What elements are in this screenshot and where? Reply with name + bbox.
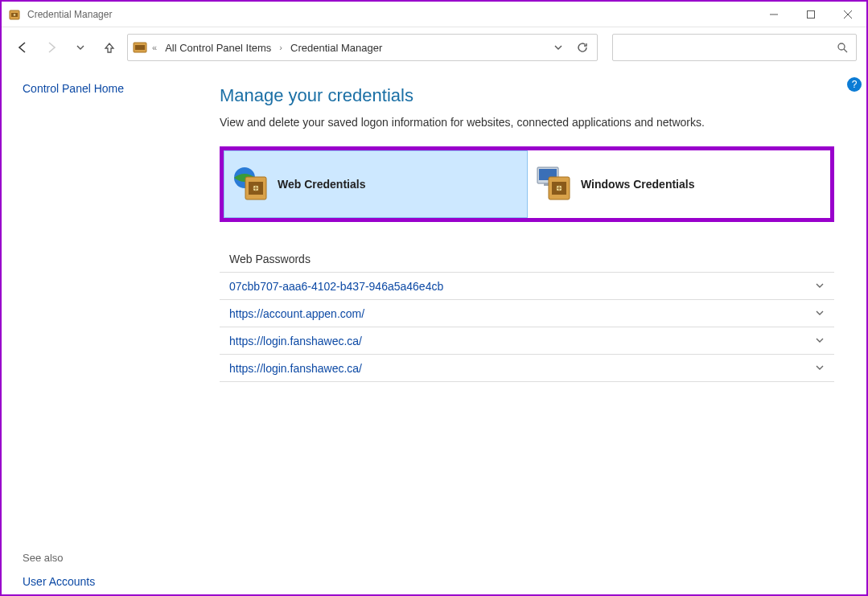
up-button[interactable] — [98, 36, 121, 59]
search-input[interactable] — [619, 42, 835, 54]
refresh-button[interactable] — [573, 38, 592, 57]
address-dropdown[interactable] — [549, 38, 568, 57]
breadcrumb-all-items[interactable]: All Control Panel Items — [162, 40, 274, 55]
password-entry-link[interactable]: 07cbb707-aaa6-4102-b437-946a5a46e4cb — [229, 280, 443, 293]
control-panel-home-link[interactable]: Control Panel Home — [23, 82, 207, 95]
windows-credentials-label: Windows Credentials — [581, 178, 694, 191]
search-box[interactable] — [612, 34, 857, 61]
maximize-button[interactable] — [792, 2, 829, 27]
minimize-button[interactable] — [755, 2, 792, 27]
web-credentials-category[interactable]: Web Credentials — [224, 150, 528, 218]
chevron-down-icon[interactable] — [815, 361, 825, 376]
chevron-down-icon[interactable] — [815, 306, 825, 321]
password-entry-link[interactable]: https://login.fanshawec.ca/ — [229, 362, 362, 375]
web-safe-icon — [232, 166, 269, 203]
svg-line-5 — [844, 10, 852, 18]
svg-line-6 — [844, 10, 852, 18]
page-title: Manage your credentials — [220, 85, 834, 106]
password-entry-link[interactable]: https://account.appen.com/ — [229, 307, 364, 320]
chevron-down-icon[interactable] — [815, 334, 825, 348]
password-entry-link[interactable]: https://login.fanshawec.ca/ — [229, 335, 362, 347]
app-icon — [8, 8, 21, 21]
password-row[interactable]: https://login.fanshawec.ca/ — [220, 327, 834, 355]
control-panel-icon — [133, 40, 147, 55]
password-row[interactable]: 07cbb707-aaa6-4102-b437-946a5a46e4cb — [220, 273, 834, 300]
window-title: Credential Manager — [27, 9, 755, 20]
password-row[interactable]: https://login.fanshawec.ca/ — [220, 355, 834, 382]
address-bar[interactable]: « All Control Panel Items › Credential M… — [127, 34, 598, 61]
forward-button[interactable] — [40, 36, 63, 59]
recent-dropdown[interactable] — [69, 36, 92, 59]
svg-rect-8 — [135, 45, 145, 50]
web-passwords-heading: Web Passwords — [220, 253, 834, 265]
svg-point-2 — [14, 14, 16, 16]
web-credentials-label: Web Credentials — [278, 178, 365, 191]
svg-line-10 — [844, 49, 847, 52]
password-list: 07cbb707-aaa6-4102-b437-946a5a46e4cb htt… — [220, 272, 834, 382]
user-accounts-link[interactable]: User Accounts — [23, 575, 207, 588]
credential-category-row: Web Credentials Windows Credentials — [220, 146, 834, 222]
breadcrumb-credential-manager[interactable]: Credential Manager — [287, 40, 385, 55]
svg-point-9 — [838, 43, 845, 50]
back-button[interactable] — [11, 36, 34, 59]
password-row[interactable]: https://account.appen.com/ — [220, 300, 834, 327]
breadcrumb-sep-icon: › — [279, 43, 282, 52]
page-description: View and delete your saved logon informa… — [220, 116, 834, 129]
search-icon[interactable] — [835, 42, 849, 53]
chevron-down-icon[interactable] — [815, 279, 825, 294]
svg-rect-4 — [808, 10, 815, 18]
close-button[interactable] — [829, 2, 866, 27]
windows-credentials-category[interactable]: Windows Credentials — [528, 150, 830, 218]
windows-safe-icon — [536, 166, 573, 203]
see-also-label: See also — [23, 552, 207, 564]
breadcrumb-chevrons-icon[interactable]: « — [152, 43, 157, 52]
